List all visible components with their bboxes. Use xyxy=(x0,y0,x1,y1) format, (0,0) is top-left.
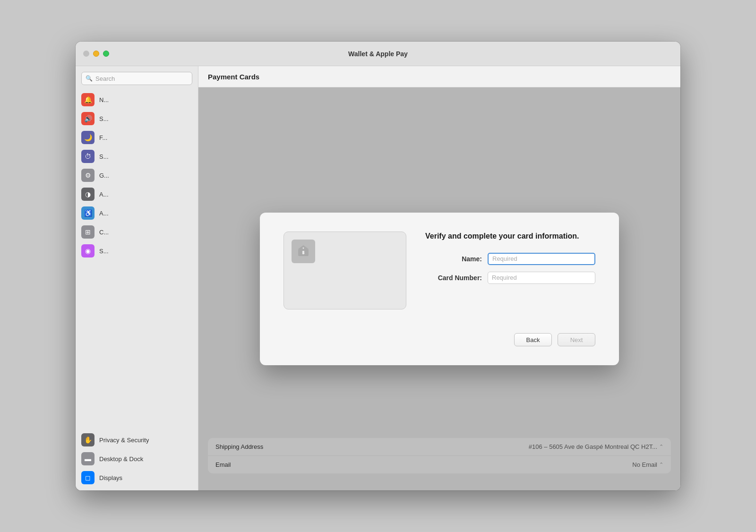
svg-text:$: $ xyxy=(302,250,304,255)
sidebar-item-sound[interactable]: 🔊 S... xyxy=(77,110,196,128)
notifications-icon: 🔔 xyxy=(81,93,94,106)
sidebar-item-label: Desktop & Dock xyxy=(99,455,143,463)
sidebar-item-label: C... xyxy=(99,229,109,236)
close-button[interactable] xyxy=(83,51,89,57)
minimize-button[interactable] xyxy=(93,51,99,57)
sidebar-item-general[interactable]: ⚙ G... xyxy=(77,166,196,184)
macos-window: Wallet & Apple Pay 🔍 Search 🔔 N... 🔊 S..… xyxy=(76,42,680,490)
svg-point-3 xyxy=(303,248,304,249)
modal-content: $ Verify and complete your card informat… xyxy=(284,232,595,309)
search-box[interactable]: 🔍 Search xyxy=(81,72,192,85)
sidebar-item-focus[interactable]: 🌙 F... xyxy=(77,129,196,146)
sidebar-item-label: S... xyxy=(99,153,109,160)
sidebar-item-screentime[interactable]: ⏱ S... xyxy=(77,147,196,165)
accessibility-icon: ♿ xyxy=(81,206,94,220)
modal-heading: Verify and complete your card informatio… xyxy=(425,232,595,241)
sidebar-item-notifications[interactable]: 🔔 N... xyxy=(77,91,196,109)
main-header: Payment Cards xyxy=(198,66,680,87)
sidebar-item-label: Displays xyxy=(99,474,122,481)
appearance-icon: ◑ xyxy=(81,188,94,201)
maximize-button[interactable] xyxy=(103,51,109,57)
sidebar-item-appearance[interactable]: ◑ A... xyxy=(77,185,196,203)
search-placeholder: Search xyxy=(95,75,115,82)
displays-icon: ◻ xyxy=(81,471,94,484)
card-number-label: Card Number: xyxy=(425,274,482,282)
sidebar: 🔍 Search 🔔 N... 🔊 S... 🌙 F... xyxy=(76,66,198,490)
card-preview: $ xyxy=(284,232,406,309)
window-title: Wallet & Apple Pay xyxy=(348,50,408,58)
main-body: Shipping Address #106 – 5605 Ave de Gasp… xyxy=(198,87,680,490)
sidebar-item-label: G... xyxy=(99,172,109,179)
sidebar-item-siri[interactable]: ◉ S... xyxy=(77,242,196,260)
main-panel: Payment Cards Shipping Address #106 – 56… xyxy=(198,66,680,490)
modal-overlay: $ Verify and complete your card informat… xyxy=(198,87,680,490)
privacy-icon: ✋ xyxy=(81,433,94,446)
sidebar-item-privacy[interactable]: ✋ Privacy & Security xyxy=(77,431,196,449)
sidebar-item-label: N... xyxy=(99,96,109,103)
modal-dialog: $ Verify and complete your card informat… xyxy=(260,213,619,365)
screentime-icon: ⏱ xyxy=(81,150,94,163)
modal-form: Verify and complete your card informatio… xyxy=(425,232,595,291)
bank-icon: $ xyxy=(292,240,315,263)
search-container: 🔍 Search xyxy=(76,72,198,91)
general-icon: ⚙ xyxy=(81,169,94,182)
sidebar-item-label: S... xyxy=(99,248,109,255)
title-bar: Wallet & Apple Pay xyxy=(76,42,680,66)
focus-icon: 🌙 xyxy=(81,131,94,144)
sidebar-item-label: Privacy & Security xyxy=(99,437,149,444)
next-button[interactable]: Next xyxy=(558,333,595,346)
content-area: 🔍 Search 🔔 N... 🔊 S... 🌙 F... xyxy=(76,66,680,490)
main-panel-title: Payment Cards xyxy=(208,73,259,81)
desktop-icon: ▬ xyxy=(81,452,94,465)
control-icon: ⊞ xyxy=(81,225,94,239)
sidebar-items: 🔔 N... 🔊 S... 🌙 F... ⏱ S... ⚙ G... xyxy=(76,91,198,260)
sidebar-item-control[interactable]: ⊞ C... xyxy=(77,223,196,241)
name-form-row: Name: xyxy=(425,253,595,265)
sidebar-item-label: A... xyxy=(99,210,109,217)
traffic-lights xyxy=(83,51,109,57)
sidebar-bottom: ✋ Privacy & Security ▬ Desktop & Dock ◻ … xyxy=(76,427,198,490)
card-number-input[interactable] xyxy=(488,272,595,284)
siri-icon: ◉ xyxy=(81,244,94,257)
name-input[interactable] xyxy=(488,253,595,265)
sidebar-item-label: A... xyxy=(99,191,109,198)
sidebar-item-accessibility[interactable]: ♿ A... xyxy=(77,204,196,222)
sidebar-item-displays[interactable]: ◻ Displays xyxy=(77,469,196,487)
modal-buttons: Back Next xyxy=(284,333,595,346)
search-icon: 🔍 xyxy=(86,75,93,82)
sidebar-item-label: S... xyxy=(99,115,109,122)
sidebar-item-label: F... xyxy=(99,134,107,141)
sidebar-item-desktop[interactable]: ▬ Desktop & Dock xyxy=(77,450,196,468)
sound-icon: 🔊 xyxy=(81,112,94,125)
name-label: Name: xyxy=(425,255,482,263)
card-number-form-row: Card Number: xyxy=(425,272,595,284)
back-button[interactable]: Back xyxy=(514,333,552,346)
